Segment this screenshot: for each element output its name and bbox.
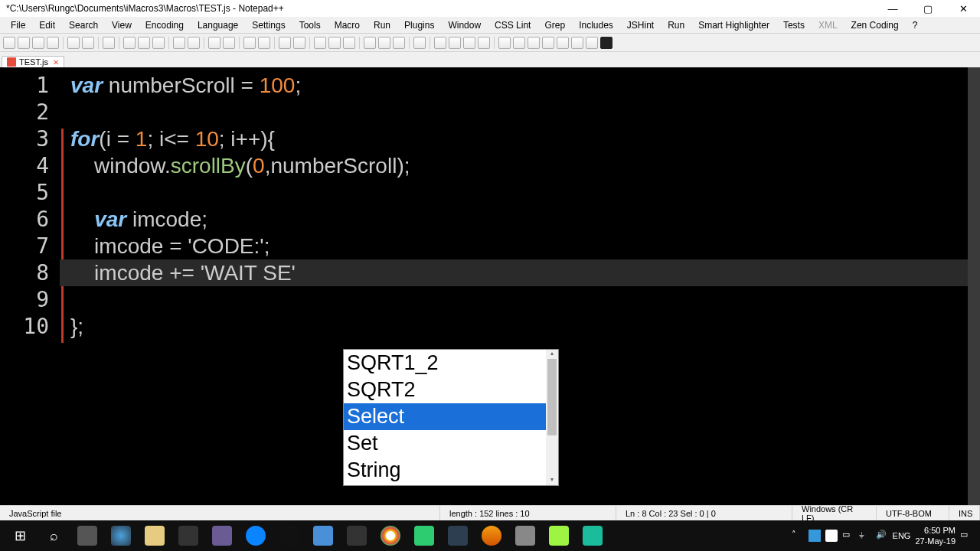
undo-icon[interactable] — [173, 37, 185, 49]
wifi-icon[interactable]: ⏚ — [859, 530, 871, 542]
start-button[interactable]: ⊞ — [3, 521, 37, 550]
close-file-icon[interactable] — [67, 37, 80, 49]
menu-zencoding[interactable]: Zen Coding — [845, 18, 905, 32]
plugin-icon-3[interactable] — [528, 37, 540, 49]
menu-xml[interactable]: XML — [812, 18, 844, 32]
scroll-up-icon[interactable]: ▴ — [546, 350, 558, 359]
taskbar-app[interactable] — [475, 521, 508, 550]
battery-icon[interactable]: ▭ — [842, 530, 854, 542]
scroll-thumb[interactable] — [547, 359, 557, 435]
menu-includes[interactable]: Includes — [573, 18, 619, 32]
autocomplete-item[interactable]: SQRT2 — [344, 377, 546, 403]
task-view-button[interactable] — [70, 521, 104, 550]
file-tab[interactable]: TEST.js ✕ — [2, 56, 64, 67]
taskbar-app[interactable] — [239, 521, 273, 550]
plugin-icon-6[interactable] — [571, 37, 583, 49]
save-macro-icon[interactable] — [478, 37, 490, 49]
copy-icon[interactable] — [138, 37, 150, 49]
menu-settings[interactable]: Settings — [246, 18, 291, 32]
paste-icon[interactable] — [152, 37, 165, 49]
taskbar-app[interactable] — [508, 521, 542, 550]
save-all-icon[interactable] — [47, 37, 59, 49]
tray-language[interactable]: ENG — [893, 531, 911, 540]
menu-search[interactable]: Search — [63, 18, 104, 32]
indent-guide-icon[interactable] — [343, 37, 355, 49]
taskbar-app[interactable] — [374, 521, 407, 550]
scroll-down-icon[interactable]: ▾ — [546, 476, 558, 485]
autocomplete-popup[interactable]: SQRT1_2 SQRT2 Select Set String ▴ ▾ — [343, 349, 559, 486]
taskbar-app[interactable] — [104, 521, 138, 550]
plugin-icon-1[interactable] — [498, 37, 511, 49]
menu-run2[interactable]: Run — [662, 18, 691, 32]
status-insert-mode[interactable]: INS — [949, 506, 980, 520]
autocomplete-scrollbar[interactable]: ▴ ▾ — [546, 350, 558, 485]
wrap-icon[interactable] — [314, 37, 326, 49]
menu-macro[interactable]: Macro — [328, 18, 366, 32]
taskbar-clock[interactable]: 6:50 PM 27-May-19 — [915, 525, 956, 546]
monitor-icon[interactable] — [413, 37, 426, 49]
menu-window[interactable]: Window — [442, 18, 487, 32]
plugin-icon-8[interactable] — [600, 37, 612, 49]
new-file-icon[interactable] — [3, 37, 15, 49]
menu-jshint[interactable]: JSHint — [621, 18, 660, 32]
taskbar-app[interactable] — [172, 521, 205, 550]
menu-run[interactable]: Run — [368, 18, 397, 32]
print-icon[interactable] — [103, 37, 115, 49]
zoom-in-icon[interactable] — [243, 37, 256, 49]
minimize-button[interactable]: — — [882, 3, 903, 15]
tray-icon[interactable] — [808, 530, 821, 542]
menu-tools[interactable]: Tools — [293, 18, 327, 32]
taskbar-app[interactable] — [542, 521, 576, 550]
menu-tests[interactable]: Tests — [777, 18, 811, 32]
plugin-icon-2[interactable] — [513, 37, 525, 49]
menu-plugins[interactable]: Plugins — [398, 18, 440, 32]
menu-help[interactable]: ? — [906, 18, 924, 32]
save-icon[interactable] — [32, 37, 44, 49]
taskbar-app[interactable] — [340, 521, 374, 550]
menu-language[interactable]: Language — [191, 18, 244, 32]
folder-workspace-icon[interactable] — [393, 37, 405, 49]
plugin-icon-5[interactable] — [557, 37, 569, 49]
replace-icon[interactable] — [223, 37, 235, 49]
menu-csslint[interactable]: CSS Lint — [488, 18, 537, 32]
maximize-button[interactable]: ▢ — [917, 3, 939, 15]
autocomplete-item[interactable]: Set — [344, 430, 546, 457]
autocomplete-item[interactable]: String — [344, 457, 546, 484]
status-eol[interactable]: Windows (CR LF) — [792, 506, 877, 520]
autocomplete-item-selected[interactable]: Select — [344, 403, 546, 430]
cut-icon[interactable] — [123, 37, 136, 49]
close-button[interactable]: ✕ — [952, 3, 974, 15]
taskbar-app[interactable] — [441, 521, 475, 550]
plugin-icon-4[interactable] — [542, 37, 554, 49]
taskbar-app[interactable] — [273, 521, 306, 550]
notifications-icon[interactable]: ▭ — [960, 530, 972, 542]
play-macro-icon[interactable] — [449, 37, 461, 49]
menu-view[interactable]: View — [106, 18, 138, 32]
play-multi-icon[interactable] — [463, 37, 475, 49]
taskbar-app[interactable] — [407, 521, 441, 550]
zoom-out-icon[interactable] — [258, 37, 270, 49]
tab-close-icon[interactable]: ✕ — [53, 58, 59, 67]
record-macro-icon[interactable] — [434, 37, 446, 49]
volume-icon[interactable]: 🔊 — [876, 530, 888, 542]
find-icon[interactable] — [208, 37, 220, 49]
taskbar-app[interactable] — [205, 521, 239, 550]
menu-grep[interactable]: Grep — [538, 18, 571, 32]
sync-h-icon[interactable] — [293, 37, 305, 49]
taskbar-app[interactable] — [576, 521, 609, 550]
redo-icon[interactable] — [188, 37, 200, 49]
menu-edit[interactable]: Edit — [33, 18, 61, 32]
sync-v-icon[interactable] — [279, 37, 291, 49]
menu-smart-highlighter[interactable]: Smart Highlighter — [692, 18, 776, 32]
taskbar-app[interactable] — [306, 521, 340, 550]
plugin-icon-7[interactable] — [586, 37, 598, 49]
autocomplete-item[interactable]: SQRT1_2 — [344, 350, 546, 377]
menu-file[interactable]: File — [5, 18, 31, 32]
tray-icon[interactable] — [825, 530, 838, 542]
tray-up-icon[interactable]: ˄ — [792, 530, 804, 542]
doc-map-icon[interactable] — [364, 37, 376, 49]
status-encoding[interactable]: UTF-8-BOM — [877, 506, 949, 520]
editor-scrollbar[interactable] — [968, 67, 980, 505]
func-list-icon[interactable] — [378, 37, 390, 49]
open-file-icon[interactable] — [18, 37, 30, 49]
